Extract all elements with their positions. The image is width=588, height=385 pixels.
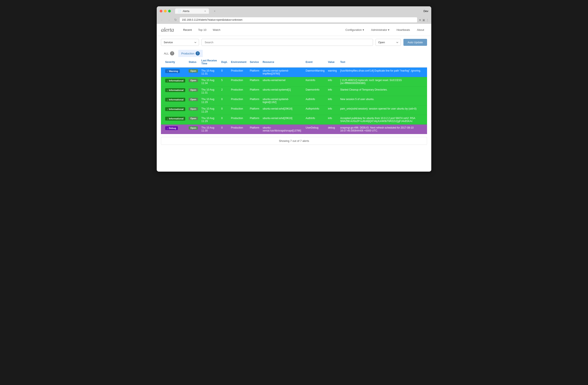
severity-arrow-icon: ↓ — [167, 108, 168, 110]
col-service[interactable]: Service — [248, 57, 261, 67]
cell-resource: ubuntu-xenial:kernel — [261, 77, 304, 86]
nav-links: Recent Top 10 Watch — [180, 27, 223, 33]
cell-severity: ↓ Informational — [161, 105, 187, 115]
cell-event: KernInfo — [304, 77, 326, 86]
tab-all[interactable]: ALL 7 — [161, 50, 177, 57]
col-last-receive-time[interactable]: Last Receive Time — [200, 57, 219, 67]
cell-event: DaemonInfo — [304, 86, 326, 96]
logo-text: alerta — [161, 26, 174, 33]
cell-service: Platform — [248, 96, 261, 105]
forward-button[interactable]: → — [166, 18, 171, 22]
tab-production-label: Production — [181, 52, 194, 55]
administrator-chevron-icon: ▾ — [388, 28, 389, 31]
col-severity[interactable]: Severity — [161, 57, 187, 67]
service-filter[interactable]: Service Platform Application — [161, 39, 199, 46]
minimize-window-button[interactable] — [164, 10, 167, 12]
col-text[interactable]: Text — [338, 57, 427, 67]
bookmark-icon[interactable]: ★ — [419, 18, 421, 21]
cell-event: UserDebug — [304, 124, 326, 134]
cell-service: Platform — [248, 77, 261, 86]
cell-environment: Production — [229, 86, 248, 96]
cell-dupl: 5 — [219, 77, 229, 86]
severity-label: Warning — [169, 70, 178, 72]
search-input[interactable] — [202, 39, 373, 46]
nav-configuration[interactable]: Configuration ▾ — [343, 27, 367, 33]
table-row[interactable]: ↓ Informational Open Thu 10 Aug 11:29 0 … — [161, 115, 427, 124]
cell-environment: Production — [229, 77, 248, 86]
table-row[interactable]: ↓ Informational Open Thu 10 Aug 11:29 0 … — [161, 96, 427, 105]
cell-event: DaemonWarning — [304, 67, 326, 77]
tab-production[interactable]: Production 7 — [178, 50, 203, 57]
cell-resource: ubuntu-xenial:systemd-logind[1162] — [261, 96, 304, 105]
cell-dupl: 0 — [219, 105, 229, 115]
severity-badge: ↓ Informational — [165, 79, 185, 82]
cell-event: AuthInfo — [304, 96, 326, 105]
cell-resource: ubuntu-xenial:sshd[29616] — [261, 115, 304, 124]
col-value[interactable]: Value — [326, 57, 338, 67]
cell-dupl: 0 — [219, 124, 229, 134]
cell-resource: ubuntu-xenial:systemd-tmpfiles[29760] — [261, 67, 304, 77]
screen-icon[interactable]: ▣ — [422, 18, 425, 21]
col-dupl[interactable]: Dupl. — [219, 57, 229, 67]
close-window-button[interactable] — [160, 10, 162, 12]
col-resource[interactable]: Resource — [261, 57, 304, 67]
cell-resource: ubuntu-xenial:/usr/lib/snapd/snapd[13786… — [261, 124, 304, 134]
nav-administrator[interactable]: Administrator ▾ — [368, 27, 393, 33]
cell-resource: ubuntu-xenial:sshd[29616] — [261, 105, 304, 115]
app-logo: alerta — [161, 26, 174, 33]
table-row[interactable]: ↑ Warning Open Thu 10 Aug 11:31 0 Produc… — [161, 67, 427, 77]
nav-right-links: Configuration ▾ Administrator ▾ Heartbea… — [343, 27, 427, 33]
tabs-bar: ALL 7 Production 7 — [157, 49, 431, 57]
cell-event: AuthInfo — [304, 115, 326, 124]
cell-severity: ↓ Informational — [161, 96, 187, 105]
cell-status: Open — [187, 115, 200, 124]
severity-badge: ↓ Informational — [165, 117, 185, 121]
administrator-label: Administrator — [371, 28, 387, 31]
severity-arrow-icon: ↓ — [167, 89, 168, 91]
cell-severity: ↓ Informational — [161, 77, 187, 86]
status-filter[interactable]: Open Closed Expired Unknown — [376, 39, 401, 46]
severity-badge: ↓ Informational — [165, 107, 185, 111]
cell-status: Open — [187, 86, 200, 96]
table-row[interactable]: ↓ Debug Open Thu 10 Aug 11:30 0 Producti… — [161, 124, 427, 134]
status-badge: Open — [189, 117, 198, 120]
cell-text: [/usr/lib/tmpfiles.d/var.conf:14] Duplic… — [338, 67, 427, 77]
cell-text: snapmgr.go:496: DEBUG: Next refresh sche… — [338, 124, 427, 134]
table-row[interactable]: ↓ Informational Open Thu 10 Aug 11:34 5 … — [161, 77, 427, 86]
cell-resource: ubuntu-xenial:systemd[1] — [261, 86, 304, 96]
nav-heartbeats[interactable]: Heartbeats — [394, 27, 413, 33]
nav-about[interactable]: About — [414, 27, 427, 33]
severity-badge: ↓ Debug — [165, 126, 178, 130]
filter-bar: Service Platform Application Open Closed… — [157, 36, 431, 49]
col-environment[interactable]: Environment — [229, 57, 248, 67]
cell-value: info — [326, 105, 338, 115]
tab-title: Alerta — [183, 10, 189, 13]
severity-badge: ↓ Informational — [165, 98, 185, 101]
alerts-table: Severity Status Last Receive Time Dupl. … — [161, 57, 427, 134]
maximize-window-button[interactable] — [168, 10, 171, 12]
severity-arrow-icon: ↑ — [167, 70, 168, 72]
col-status[interactable]: Status — [187, 57, 200, 67]
nav-watch[interactable]: Watch — [210, 27, 223, 33]
severity-arrow-icon: ↓ — [167, 79, 168, 82]
active-tab[interactable]: 📄 Alerta × — [175, 8, 209, 14]
cell-severity: ↓ Informational — [161, 115, 187, 124]
nav-top10[interactable]: Top 10 — [195, 27, 209, 33]
table-row[interactable]: ↓ Informational Open Thu 10 Aug 11:29 0 … — [161, 105, 427, 115]
new-tab-button[interactable]: + — [211, 9, 224, 14]
address-bar[interactable] — [180, 17, 417, 22]
back-button[interactable]: ← — [159, 18, 165, 22]
tab-close-button[interactable]: × — [204, 9, 206, 13]
cell-text: Started Cleanup of Temporary Directories… — [338, 86, 427, 96]
col-event[interactable]: Event — [304, 57, 326, 67]
nav-recent[interactable]: Recent — [180, 27, 195, 33]
table-row[interactable]: ↓ Informational Open Thu 10 Aug 11:31 2 … — [161, 86, 427, 96]
status-badge: Open — [189, 79, 198, 82]
cell-environment: Production — [229, 105, 248, 115]
reload-button[interactable]: ↻ — [173, 18, 178, 22]
status-badge: Open — [189, 107, 198, 111]
cell-status: Open — [187, 77, 200, 86]
menu-icon[interactable]: ⋮ — [426, 18, 429, 21]
auto-update-button[interactable]: Auto Update — [403, 39, 427, 46]
status-badge: Open — [189, 69, 198, 73]
